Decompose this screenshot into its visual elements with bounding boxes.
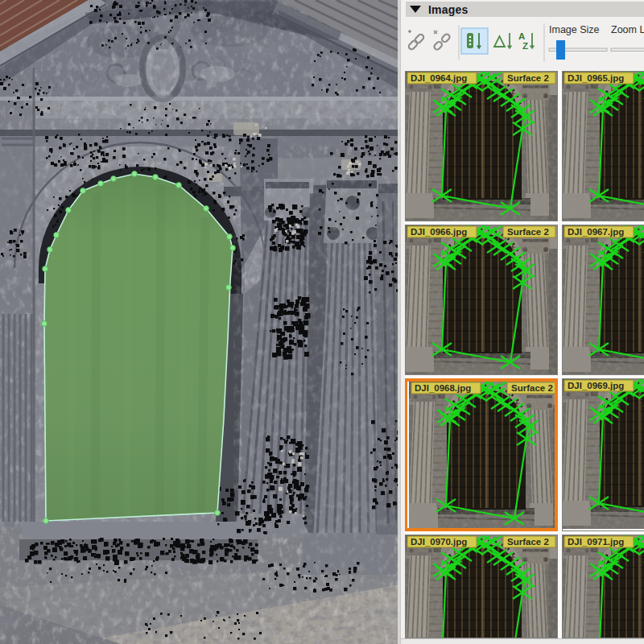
svg-text:Image Size: Image Size [549,24,600,35]
svg-text:A: A [518,31,525,41]
svg-text:DJI_0966.jpg: DJI_0966.jpg [411,227,467,237]
svg-text:Surface 2: Surface 2 [511,383,553,393]
svg-text:DJI_0967.jpg: DJI_0967.jpg [568,227,624,237]
svg-text:DJI_0964.jpg: DJI_0964.jpg [411,73,467,83]
svg-text:DJI_0971.jpg: DJI_0971.jpg [568,537,624,547]
svg-text:Surface 2: Surface 2 [507,537,549,547]
svg-text:DJI_0970.jpg: DJI_0970.jpg [411,537,467,547]
svg-text:DJI_0969.jpg: DJI_0969.jpg [568,381,624,390]
svg-text:Surface 2: Surface 2 [507,73,549,83]
svg-text:DJI_0968.jpg: DJI_0968.jpg [415,383,471,393]
svg-text:DJI_0965.jpg: DJI_0965.jpg [568,73,624,83]
svg-text:Surface 2: Surface 2 [507,227,549,237]
svg-text:Z: Z [522,41,528,51]
svg-text:Zoom Lev: Zoom Lev [611,24,644,35]
